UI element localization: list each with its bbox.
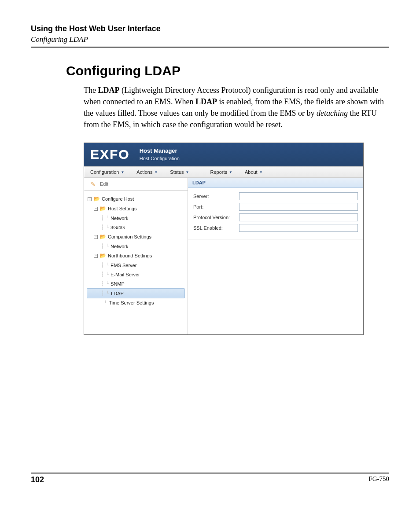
menu-label: About (245, 169, 258, 175)
nav-tree: − 📂 Configure Host − 📂 Host Settings ┆ └… (84, 191, 188, 309)
menu-reports[interactable]: Reports▼ (204, 167, 238, 177)
tree-line-icon: ┆ (101, 243, 104, 249)
tree-line-icon (101, 300, 102, 305)
tree-label: E-Mail Server (111, 272, 140, 277)
tree-elbow-icon: └ (106, 281, 109, 286)
menu-label: Configuration (90, 169, 119, 175)
menu-label: Reports (210, 169, 227, 175)
screenshot-frame: EXFO Host Manager Host Configuration Con… (84, 143, 364, 335)
chevron-down-icon: ▼ (121, 170, 124, 174)
page-number: 102 (31, 475, 44, 484)
tree-line-icon: ┆ (101, 224, 104, 230)
menu-about[interactable]: About▼ (239, 167, 269, 177)
chevron-down-icon: ▼ (154, 170, 158, 174)
tree-label: Time Server Settings (109, 300, 154, 305)
menu-label: Actions (136, 169, 152, 175)
tree-elbow-icon: └ (106, 225, 109, 230)
section-title: Configuring LDAP (66, 63, 389, 78)
pencil-icon: ✎ (90, 180, 96, 187)
folder-icon: 📂 (99, 205, 106, 212)
header-rule (31, 47, 389, 48)
folder-icon: 📂 (93, 196, 100, 202)
tree-line-icon: ┆ (101, 262, 104, 268)
menu-label: Status (170, 169, 184, 175)
tree-line-icon: ┆ (101, 272, 104, 277)
chevron-down-icon: ▼ (186, 170, 189, 174)
tree-northbound-settings[interactable]: − 📂 Northbound Settings (87, 251, 185, 261)
tree-companion-network[interactable]: ┆ └ Network (87, 242, 185, 251)
sidebar: ✎ Edit − 📂 Configure Host − 📂 Host Setti… (84, 178, 188, 334)
tree-label: Host Settings (108, 206, 136, 211)
page-footer: 102 FG-750 (31, 473, 389, 484)
app-subtitle: Host Configuration (140, 156, 180, 161)
edit-label: Edit (100, 181, 108, 187)
tree-companion-settings[interactable]: − 📂 Companion Settings (87, 232, 185, 242)
tree-ldap[interactable]: ┆ └ LDAP (87, 288, 185, 298)
ssl-enabled-input[interactable] (239, 224, 358, 232)
tree-label: Network (111, 216, 128, 221)
menu-status[interactable]: Status▼ (164, 167, 195, 177)
edit-button[interactable]: ✎ Edit (84, 178, 188, 191)
text-bold: LDAP (98, 86, 119, 95)
tree-line-icon: ┆ (101, 215, 104, 221)
chevron-down-icon: ▼ (229, 170, 232, 174)
tree-label: Northbound Settings (108, 253, 152, 258)
tree-ems-server[interactable]: ┆ └ EMS Server (87, 261, 185, 270)
tree-label: Companion Settings (108, 234, 151, 239)
tree-3g4g[interactable]: ┆ └ 3G/4G (87, 223, 185, 232)
tree-elbow-icon: └ (106, 244, 109, 249)
app-title: Host Manager (140, 147, 180, 154)
document-id: FG-750 (368, 475, 389, 484)
tree-network[interactable]: ┆ └ Network (87, 213, 185, 223)
server-input[interactable] (239, 192, 358, 200)
panel-title: LDAP (188, 178, 363, 188)
text-italic: detaching (317, 109, 348, 117)
tree-line-icon: ┆ (101, 290, 104, 296)
port-input[interactable] (239, 203, 358, 211)
chapter-title: Using the Host Web User Interface (31, 24, 389, 33)
tree-snmp[interactable]: ┆ └ SNMP (87, 279, 185, 288)
menu-configuration[interactable]: Configuration▼ (84, 167, 130, 177)
tree-label: 3G/4G (111, 225, 125, 230)
tree-elbow-icon: └ (106, 291, 109, 296)
ldap-form: Server: Port: Protocol Version: SSL Enab… (188, 188, 363, 239)
tree-elbow-icon: └ (106, 216, 109, 220)
collapse-icon[interactable]: − (94, 207, 98, 211)
folder-icon: 📂 (99, 234, 106, 240)
collapse-icon[interactable]: − (94, 235, 98, 239)
tree-elbow-icon: └ (106, 272, 109, 277)
tree-elbow-icon: └ (104, 301, 107, 305)
tree-label: Network (111, 244, 128, 249)
tree-line-icon: ┆ (101, 281, 104, 286)
tree-elbow-icon: └ (106, 263, 109, 268)
ssl-enabled-label: SSL Enabled: (193, 225, 239, 231)
menu-actions[interactable]: Actions▼ (130, 167, 164, 177)
folder-icon: 📂 (99, 253, 106, 259)
collapse-icon[interactable]: − (88, 197, 92, 201)
tree-host-settings[interactable]: − 📂 Host Settings (87, 204, 185, 213)
tree-email-server[interactable]: ┆ └ E-Mail Server (87, 270, 185, 279)
port-label: Port: (193, 204, 239, 209)
protocol-version-input[interactable] (239, 213, 358, 221)
text: The (84, 86, 98, 95)
tree-label: LDAP (111, 291, 124, 296)
logo: EXFO (90, 148, 130, 160)
tree-label: SNMP (111, 281, 125, 286)
menubar: Configuration▼ Actions▼ Status▼ Reports▼… (84, 166, 363, 178)
body-paragraph: The LDAP (Lightweight Directory Access P… (84, 84, 385, 130)
tree-time-server[interactable]: └ Time Server Settings (87, 298, 185, 307)
breadcrumb: Configuring LDAP (31, 35, 389, 44)
app-header: EXFO Host Manager Host Configuration (84, 143, 363, 166)
protocol-version-label: Protocol Version: (193, 215, 239, 220)
tree-label: EMS Server (111, 263, 136, 268)
text-bold: LDAP (195, 97, 217, 106)
server-label: Server: (193, 194, 239, 199)
content-panel: LDAP Server: Port: Protocol Version: SSL… (188, 178, 363, 334)
tree-label: Configure Host (102, 196, 134, 202)
tree-configure-host[interactable]: − 📂 Configure Host (87, 194, 185, 204)
chevron-down-icon: ▼ (259, 170, 263, 174)
collapse-icon[interactable]: − (94, 254, 98, 258)
